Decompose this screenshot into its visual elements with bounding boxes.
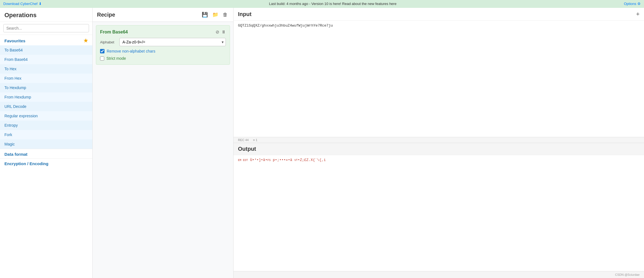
to-hexdump-label: To Hexdump xyxy=(4,85,26,90)
sidebar: Operations Favourites ★ To Base64 From B… xyxy=(0,8,93,278)
clear-recipe-button[interactable]: 🗑 xyxy=(222,11,229,19)
recipe-panel: Recipe 💾 📁 🗑 From Base64 xyxy=(93,8,234,278)
bottom-bar: CSDN @Sciurdae xyxy=(234,271,644,278)
sidebar-item-from-hex[interactable]: From Hex xyxy=(0,74,92,83)
encryption-encoding-header: Encryption / Encoding xyxy=(0,158,92,168)
alphabet-select-wrap: A-Za-z0-9+/= A-Za-z0-9-_ Standard xyxy=(119,38,226,46)
entropy-label: Entropy xyxy=(4,123,18,128)
data-format-label: Data format xyxy=(4,152,27,157)
delete-icon: 🗑 xyxy=(223,12,228,17)
encryption-encoding-label: Encryption / Encoding xyxy=(4,161,48,166)
regex-label: Regular expression xyxy=(4,114,38,118)
from-hexdump-label: From Hexdump xyxy=(4,95,31,99)
sidebar-list: Favourites ★ To Base64 From Base64 To He… xyxy=(0,35,92,278)
operations-title: Operations xyxy=(0,8,92,22)
alphabet-label: Alphabet xyxy=(100,40,117,44)
strict-mode-checkbox[interactable] xyxy=(100,56,104,61)
to-base64-label: To Base64 xyxy=(4,48,23,52)
recipe-title: Recipe xyxy=(97,12,115,18)
recipe-toolbar: 💾 📁 🗑 xyxy=(201,11,229,19)
lines-icon: ≡ xyxy=(253,138,255,142)
sidebar-item-from-base64[interactable]: From Base64 xyxy=(0,55,92,64)
recipe-card-actions: ⊘ ⏸ xyxy=(216,29,226,35)
recipe-card-header: From Base64 ⊘ ⏸ xyxy=(100,29,226,35)
save-icon: 💾 xyxy=(202,12,208,17)
sidebar-item-to-hexdump[interactable]: To Hexdump xyxy=(0,83,92,92)
from-base64-card: From Base64 ⊘ ⏸ Alphabet A-Za-z0 xyxy=(96,25,230,65)
input-header: Input + xyxy=(234,8,644,21)
output-section: Output EM EOT Ù•*•]•ã•FS p•;•••»•ã VT•Z;… xyxy=(234,143,644,278)
recipe-body: From Base64 ⊘ ⏸ Alphabet A-Za-z0 xyxy=(93,22,233,278)
disable-operation-button[interactable]: ⊘ xyxy=(216,29,219,35)
input-textarea[interactable]: GQTZlSqQXZ/ghxxwhju3hbuZ4wufWjujWrhYe7Rc… xyxy=(234,21,644,137)
input-section: Input + GQTZlSqQXZ/ghxxwhju3hbuZ4wufWjuj… xyxy=(234,8,644,143)
bottom-label: CSDN @Sciurdae xyxy=(615,273,640,276)
input-statusbar: REC 44 ≡ 1 xyxy=(234,137,644,143)
pause-icon: ⏸ xyxy=(221,30,226,34)
from-base64-label: From Base64 xyxy=(4,57,28,62)
star-icon: ★ xyxy=(83,38,88,44)
banner-center-text: Last build: 4 months ago - Version 10 is… xyxy=(42,2,624,6)
add-icon: + xyxy=(636,11,640,17)
from-hex-label: From Hex xyxy=(4,76,21,80)
strict-mode-row: Strict mode xyxy=(100,56,226,61)
strict-mode-label[interactable]: Strict mode xyxy=(106,56,126,61)
sidebar-item-to-hex[interactable]: To Hex xyxy=(0,64,92,74)
to-hex-label: To Hex xyxy=(4,67,17,71)
alphabet-select[interactable]: A-Za-z0-9+/= A-Za-z0-9-_ Standard xyxy=(119,38,226,46)
rec-label: REC 44 xyxy=(238,138,249,142)
search-input[interactable] xyxy=(3,24,89,32)
sidebar-item-fork[interactable]: Fork xyxy=(0,130,92,139)
fork-label: Fork xyxy=(4,132,12,137)
sidebar-item-to-base64[interactable]: To Base64 xyxy=(0,45,92,55)
folder-icon: 📁 xyxy=(212,12,218,17)
options-link[interactable]: Options ⚙ xyxy=(624,2,641,6)
download-arrow-icon: ⬇ xyxy=(39,2,42,6)
magic-label: Magic xyxy=(4,142,15,146)
url-decode-label: URL Decode xyxy=(4,104,27,109)
sidebar-item-from-hexdump[interactable]: From Hexdump xyxy=(0,92,92,102)
favourites-label: Favourites xyxy=(4,38,25,43)
download-link[interactable]: Download CyberChef ⬇ xyxy=(3,2,42,6)
input-title: Input xyxy=(238,11,252,17)
favourites-header: Favourites ★ xyxy=(0,35,92,45)
download-text: Download CyberChef xyxy=(3,2,38,6)
output-content: EM EOT Ù•*•]•ã•FS p•;•••»•ã VT•Z;£Z.X{`\… xyxy=(234,155,644,271)
sidebar-item-url-decode[interactable]: URL Decode xyxy=(0,102,92,111)
data-format-header: Data format xyxy=(0,149,92,158)
main-layout: Operations Favourites ★ To Base64 From B… xyxy=(0,8,644,278)
pause-operation-button[interactable]: ⏸ xyxy=(221,29,226,35)
output-text: EM EOT Ù•*•]•ã•FS p•;•••»•ã VT•Z;£Z.X{`\… xyxy=(238,158,326,162)
from-base64-card-title: From Base64 xyxy=(100,30,128,35)
output-title: Output xyxy=(238,146,256,152)
gear-icon: ⚙ xyxy=(637,2,641,6)
sidebar-item-magic[interactable]: Magic xyxy=(0,139,92,149)
remove-non-alpha-label[interactable]: Remove non-alphabet chars xyxy=(107,49,155,53)
add-input-button[interactable]: + xyxy=(636,11,640,18)
right-panel: Input + GQTZlSqQXZ/ghxxwhju3hbuZ4wufWjuj… xyxy=(234,8,644,278)
recipe-header: Recipe 💾 📁 🗑 xyxy=(93,8,233,22)
remove-non-alpha-checkbox[interactable] xyxy=(100,49,104,53)
sidebar-item-entropy[interactable]: Entropy xyxy=(0,121,92,130)
options-text: Options xyxy=(624,2,636,6)
open-recipe-button[interactable]: 📁 xyxy=(211,11,219,19)
remove-non-alpha-row: Remove non-alphabet chars xyxy=(100,49,226,53)
save-recipe-button[interactable]: 💾 xyxy=(201,11,209,19)
sidebar-item-regex[interactable]: Regular expression xyxy=(0,111,92,121)
alphabet-field: Alphabet A-Za-z0-9+/= A-Za-z0-9-_ Standa… xyxy=(100,38,226,46)
top-banner: Download CyberChef ⬇ Last build: 4 month… xyxy=(0,0,644,8)
lines-info: ≡ 1 xyxy=(253,138,258,142)
disable-icon: ⊘ xyxy=(216,30,219,34)
search-container xyxy=(0,22,92,35)
output-header: Output xyxy=(234,143,644,155)
